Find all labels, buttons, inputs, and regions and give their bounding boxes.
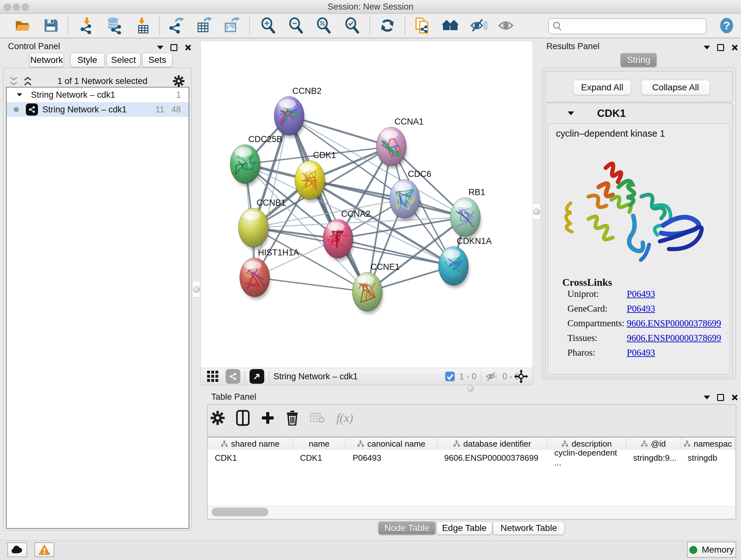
import-table-file-button[interactable]: [134, 16, 152, 35]
tree-expander-icon[interactable]: [17, 93, 22, 97]
zoom-fit-button[interactable]: [315, 16, 333, 35]
tab-style[interactable]: Style: [70, 53, 105, 67]
birds-eye-grid-icon[interactable]: [206, 370, 219, 383]
network-node-CCNA2[interactable]: [323, 219, 354, 261]
network-node-CDC6[interactable]: [390, 179, 420, 221]
show-all-button[interactable]: [497, 16, 516, 35]
warning-status-button[interactable]: [35, 543, 54, 557]
network-node-CCNB2[interactable]: [274, 97, 305, 138]
close-panel-icon[interactable]: [185, 44, 192, 51]
hide-selection-button[interactable]: [469, 16, 488, 35]
network-edge[interactable]: [289, 116, 367, 292]
collapse-panel-icon[interactable]: [157, 46, 163, 50]
zoom-selected-button[interactable]: [343, 16, 361, 35]
network-node-CCNB1[interactable]: [239, 208, 269, 250]
help-button[interactable]: ?: [718, 16, 736, 35]
expand-all-button[interactable]: Expand All: [573, 80, 631, 95]
network-node-CCNA1[interactable]: [376, 127, 407, 169]
export-image-button[interactable]: [222, 16, 241, 35]
table-cell[interactable]: cyclin-dependent ...: [547, 450, 626, 466]
scrollbar-thumb[interactable]: [212, 508, 268, 516]
import-network-file-button[interactable]: [77, 16, 96, 35]
refresh-button[interactable]: [378, 16, 397, 35]
export-table-icon: [195, 17, 212, 34]
import-network-database-button[interactable]: [105, 16, 123, 35]
network-node-HIST1H1A[interactable]: [240, 258, 270, 300]
column-header[interactable]: shared name: [208, 437, 293, 450]
network-node-RB1[interactable]: [450, 198, 481, 239]
network-edge[interactable]: [310, 180, 465, 217]
tab-network[interactable]: Network: [29, 53, 64, 67]
table-cell[interactable]: 9606.ENSP00000378699: [437, 450, 547, 466]
horizontal-splitter-handle[interactable]: [460, 385, 481, 391]
crosslink-link[interactable]: P06493: [627, 289, 655, 299]
tab-node-table[interactable]: Node Table: [378, 521, 435, 535]
table-cell[interactable]: stringdb:9...: [626, 450, 681, 466]
network-options-gear-icon[interactable]: [173, 75, 185, 87]
crosslink-link[interactable]: P06493: [627, 348, 655, 358]
collapse-all-button[interactable]: Collapse All: [641, 80, 710, 95]
table-row[interactable]: CDK1CDK1P064939606.ENSP00000378699cyclin…: [208, 450, 735, 466]
float-panel-icon[interactable]: [717, 44, 724, 51]
table-options-gear-icon[interactable]: [211, 411, 225, 425]
table-cell[interactable]: CDK1: [293, 450, 346, 466]
column-header[interactable]: namespac: [681, 437, 735, 450]
table-cell[interactable]: P06493: [346, 450, 437, 466]
column-header[interactable]: database identifier: [437, 437, 547, 450]
float-panel-icon[interactable]: [717, 394, 724, 401]
network-canvas[interactable]: CCNB2CCNA1CDC25BCDK1CDC6RB1CCNB1CCNA2CDK…: [200, 41, 533, 368]
pan-crosshair-icon[interactable]: [514, 369, 528, 383]
export-network-button[interactable]: [167, 16, 185, 35]
network-node-CDKN1A[interactable]: [439, 246, 469, 288]
network-edge[interactable]: [255, 277, 367, 292]
section-expander-icon[interactable]: [568, 111, 574, 115]
collapse-panel-icon[interactable]: [704, 395, 710, 399]
column-header[interactable]: description: [547, 437, 626, 450]
float-panel-icon[interactable]: [171, 44, 178, 51]
table-hscrollbar[interactable]: [208, 506, 735, 518]
close-panel-icon[interactable]: [731, 44, 738, 51]
delete-column-icon[interactable]: [286, 410, 299, 426]
gene-section-header[interactable]: CDK1: [545, 103, 732, 124]
right-splitter-handle[interactable]: [533, 204, 540, 220]
show-columns-icon[interactable]: [236, 410, 250, 426]
close-panel-icon[interactable]: [731, 394, 738, 401]
table-cell[interactable]: CDK1: [208, 450, 293, 466]
clone-network-button[interactable]: [413, 16, 431, 35]
first-neighbors-button[interactable]: [441, 16, 460, 35]
network-node-CDC25B[interactable]: [230, 145, 261, 186]
collapse-panel-icon[interactable]: [704, 46, 710, 50]
network-tree-item[interactable]: String Network – cdk1 11 48: [7, 102, 189, 117]
tab-select[interactable]: Select: [107, 53, 140, 67]
network-tree-root[interactable]: String Network – cdk1 1: [7, 87, 189, 102]
open-in-browser-icon[interactable]: [250, 369, 264, 384]
add-column-icon[interactable]: [261, 411, 274, 425]
search-input[interactable]: [566, 21, 703, 32]
collapse-all-networks-icon[interactable]: [10, 77, 18, 85]
export-table-button[interactable]: [194, 16, 213, 35]
left-splitter-handle[interactable]: [192, 281, 200, 297]
hidden-eye-icon[interactable]: [486, 371, 498, 382]
memory-button[interactable]: Memory: [687, 542, 736, 558]
zoom-in-button[interactable]: [259, 16, 278, 35]
save-session-button[interactable]: [42, 16, 60, 35]
tab-string-results[interactable]: String: [620, 53, 657, 67]
column-header[interactable]: canonical name: [346, 437, 437, 450]
tab-edge-table[interactable]: Edge Table: [436, 521, 492, 535]
open-session-button[interactable]: [13, 16, 32, 35]
selected-checkbox-icon[interactable]: [445, 371, 455, 382]
tab-sets[interactable]: Sets: [142, 53, 172, 67]
expand-all-networks-icon[interactable]: [23, 77, 32, 85]
network-node-CDK1[interactable]: [295, 161, 326, 202]
crosslink-link[interactable]: 9606.ENSP00000378699: [627, 318, 721, 328]
cloud-status-button[interactable]: [7, 543, 27, 557]
column-header[interactable]: @id: [626, 437, 681, 450]
table-cell[interactable]: stringdb: [681, 450, 735, 466]
column-header[interactable]: name: [293, 437, 346, 450]
network-node-CCNE1[interactable]: [352, 272, 383, 314]
string-view-icon[interactable]: [226, 369, 240, 384]
zoom-out-button[interactable]: [287, 16, 306, 35]
tab-network-table[interactable]: Network Table: [493, 521, 564, 535]
crosslink-link[interactable]: 9606.ENSP00000378699: [627, 333, 721, 343]
crosslink-link[interactable]: P06493: [627, 303, 655, 314]
